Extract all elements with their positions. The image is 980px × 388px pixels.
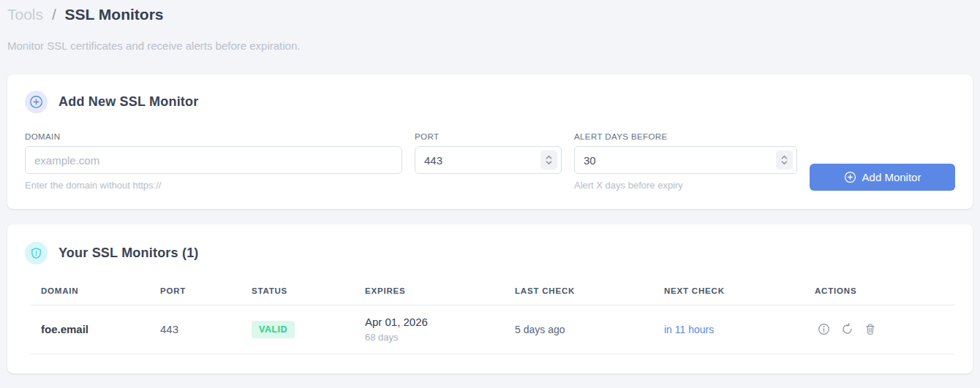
alert-days-stepper[interactable] xyxy=(776,151,793,170)
page-title: SSL Monitors xyxy=(65,6,164,23)
port-input[interactable] xyxy=(415,146,562,174)
monitors-card-title: Your SSL Monitors (1) xyxy=(59,246,199,261)
breadcrumb: Tools / SSL Monitors xyxy=(7,4,973,25)
alert-days-field-group: ALERT DAYS BEFORE Alert X days before ex… xyxy=(574,132,797,191)
alert-days-input[interactable] xyxy=(574,146,797,174)
col-header-status: STATUS xyxy=(252,278,365,305)
domain-helper-text: Enter the domain without https:// xyxy=(25,180,402,191)
last-check-time: 5 days ago xyxy=(515,305,664,354)
domain-input[interactable] xyxy=(25,146,402,174)
next-check-time: in 11 hours xyxy=(664,305,815,354)
add-monitor-card-title: Add New SSL Monitor xyxy=(59,94,198,110)
shield-icon xyxy=(25,242,48,265)
add-monitor-form: DOMAIN Enter the domain without https://… xyxy=(25,132,955,191)
info-icon[interactable] xyxy=(818,323,830,335)
table-header-row: DOMAIN PORT STATUS EXPIRES LAST CHECK NE… xyxy=(31,278,955,305)
add-monitor-card-header: Add New SSL Monitor xyxy=(25,91,955,113)
status-badge: VALID xyxy=(252,321,295,338)
monitors-list-card: Your SSL Monitors (1) DOMAIN PORT STATUS… xyxy=(7,224,973,373)
add-monitor-card: Add New SSL Monitor DOMAIN Enter the dom… xyxy=(7,75,973,209)
row-actions xyxy=(815,323,955,335)
monitors-card-header: Your SSL Monitors (1) xyxy=(25,242,955,265)
domain-label: DOMAIN xyxy=(25,132,402,141)
monitor-domain: foe.email xyxy=(31,305,160,354)
col-header-expires: EXPIRES xyxy=(365,278,515,305)
trash-icon[interactable] xyxy=(864,323,876,335)
port-stepper[interactable] xyxy=(540,151,557,170)
expires-days-remaining: 68 days xyxy=(365,332,515,343)
col-header-last-check: LAST CHECK xyxy=(515,278,664,305)
plus-circle-icon xyxy=(25,91,48,113)
alert-days-label: ALERT DAYS BEFORE xyxy=(574,132,797,141)
col-header-domain: DOMAIN xyxy=(31,278,160,305)
expires-date: Apr 01, 2026 xyxy=(365,316,515,328)
monitor-port: 443 xyxy=(160,305,252,354)
ssl-monitors-page: Tools / SSL Monitors Monitor SSL certifi… xyxy=(0,0,980,373)
breadcrumb-separator: / xyxy=(52,6,56,23)
alert-days-helper-text: Alert X days before expiry xyxy=(574,180,797,191)
monitors-table: DOMAIN PORT STATUS EXPIRES LAST CHECK NE… xyxy=(31,278,955,354)
plus-circle-icon xyxy=(844,171,856,183)
breadcrumb-tools-link[interactable]: Tools xyxy=(7,6,43,23)
col-header-port: PORT xyxy=(160,278,252,305)
refresh-icon[interactable] xyxy=(841,323,853,335)
table-row: foe.email 443 VALID Apr 01, 2026 68 days… xyxy=(31,305,955,354)
domain-field-group: DOMAIN Enter the domain without https:// xyxy=(25,132,402,191)
port-label: PORT xyxy=(415,132,562,141)
page-subtitle: Monitor SSL certificates and receive ale… xyxy=(7,39,973,52)
add-monitor-button-label: Add Monitor xyxy=(862,171,921,183)
col-header-actions: ACTIONS xyxy=(815,278,955,305)
col-header-next-check: NEXT CHECK xyxy=(664,278,815,305)
port-field-group: PORT xyxy=(415,132,562,174)
submit-button-group: Add Monitor xyxy=(810,164,955,191)
add-monitor-button[interactable]: Add Monitor xyxy=(810,164,955,191)
